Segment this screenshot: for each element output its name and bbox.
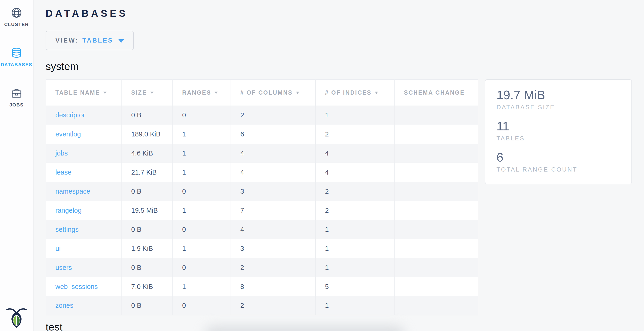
- table-row: zones0 B021: [46, 296, 478, 315]
- table-name-link[interactable]: web_sessions: [55, 283, 98, 290]
- sidebar-item-cluster[interactable]: CLUSTER: [0, 7, 33, 27]
- table-size-cell: 0 B: [122, 105, 173, 125]
- table-name-cell: namespace: [46, 182, 122, 201]
- table-name-link[interactable]: descriptor: [55, 111, 85, 119]
- table-indices-cell: 2: [316, 201, 394, 220]
- view-dropdown-label: VIEW:: [55, 37, 79, 44]
- database-section-title-test: test: [46, 322, 644, 331]
- table-columns-cell: 7: [231, 201, 316, 220]
- table-size-cell: 189.0 KiB: [122, 125, 173, 144]
- table-schema-change-cell: [394, 182, 478, 201]
- column-header-schema-change: SCHEMA CHANGE: [394, 79, 478, 105]
- table-row: ui1.9 KiB131: [46, 239, 478, 258]
- table-ranges-cell: 1: [173, 201, 231, 220]
- stat-label: TABLES: [496, 135, 620, 142]
- sidebar-item-jobs[interactable]: JOBS: [0, 87, 33, 108]
- table-size-cell: 0 B: [122, 296, 173, 315]
- column-header-label: SIZE: [131, 89, 147, 96]
- table-name-link[interactable]: lease: [55, 169, 72, 176]
- table-name-cell: settings: [46, 220, 122, 239]
- table-row: descriptor0 B021: [46, 105, 478, 125]
- database-icon: [11, 47, 22, 59]
- caret-down-icon: [118, 39, 124, 43]
- column-header-of-columns[interactable]: # OF COLUMNS: [231, 79, 316, 105]
- column-header-table-name[interactable]: TABLE NAME: [46, 79, 122, 105]
- table-name-link[interactable]: eventlog: [55, 130, 81, 138]
- table-size-cell: 4.6 KiB: [122, 144, 173, 163]
- table-name-link[interactable]: rangelog: [55, 207, 82, 214]
- column-header-of-indices[interactable]: # OF INDICES: [316, 79, 394, 105]
- table-indices-cell: 4: [316, 144, 394, 163]
- table-ranges-cell: 1: [173, 239, 231, 258]
- column-header-size[interactable]: SIZE: [122, 79, 173, 105]
- table-name-link[interactable]: settings: [55, 226, 79, 233]
- stat-value: 19.7 MiB: [496, 88, 620, 102]
- table-name-link[interactable]: ui: [55, 245, 61, 252]
- table-name-cell: users: [46, 258, 122, 277]
- table-ranges-cell: 1: [173, 125, 231, 144]
- table-name-link[interactable]: jobs: [55, 149, 68, 157]
- table-size-cell: 7.0 KiB: [122, 277, 173, 296]
- table-row: settings0 B041: [46, 220, 478, 239]
- column-header-label: RANGES: [182, 89, 211, 96]
- stat-database-size: 19.7 MiB DATABASE SIZE: [496, 88, 620, 111]
- table-name-cell: rangelog: [46, 201, 122, 220]
- system-tables-table: TABLE NAMESIZERANGES# OF COLUMNS# OF IND…: [46, 79, 478, 316]
- view-dropdown[interactable]: VIEW: TABLES: [46, 31, 134, 50]
- cockroachdb-logo-icon[interactable]: [5, 307, 28, 329]
- table-schema-change-cell: [394, 201, 478, 220]
- table-columns-cell: 4: [231, 144, 316, 163]
- table-name-cell: zones: [46, 296, 122, 315]
- table-columns-cell: 4: [231, 163, 316, 182]
- table-schema-change-cell: [394, 277, 478, 296]
- table-ranges-cell: 1: [173, 277, 231, 296]
- stat-value: 11: [496, 119, 620, 133]
- main-content: DATABASES VIEW: TABLES system TABLE NAME…: [34, 0, 644, 331]
- sidebar-item-label: JOBS: [10, 102, 24, 108]
- table-name-link[interactable]: users: [55, 264, 72, 271]
- table-name-link[interactable]: zones: [55, 302, 73, 309]
- table-columns-cell: 4: [231, 220, 316, 239]
- table-indices-cell: 1: [316, 239, 394, 258]
- table-schema-change-cell: [394, 258, 478, 277]
- table-size-cell: 0 B: [122, 258, 173, 277]
- stat-label: TOTAL RANGE COUNT: [496, 166, 620, 173]
- sort-caret-icon: [296, 92, 299, 94]
- column-header-label: TABLE NAME: [55, 89, 100, 96]
- table-indices-cell: 4: [316, 163, 394, 182]
- table-name-cell: ui: [46, 239, 122, 258]
- table-name-link[interactable]: namespace: [55, 188, 90, 195]
- sort-caret-icon: [375, 92, 378, 94]
- table-row: jobs4.6 KiB144: [46, 144, 478, 163]
- table-ranges-cell: 0: [173, 258, 231, 277]
- table-columns-cell: 3: [231, 239, 316, 258]
- table-ranges-cell: 0: [173, 182, 231, 201]
- database-section-title-system: system: [46, 61, 644, 72]
- table-schema-change-cell: [394, 163, 478, 182]
- table-schema-change-cell: [394, 125, 478, 144]
- table-name-cell: jobs: [46, 144, 122, 163]
- table-size-cell: 0 B: [122, 182, 173, 201]
- table-size-cell: 0 B: [122, 220, 173, 239]
- column-header-label: SCHEMA CHANGE: [404, 89, 465, 96]
- briefcase-icon: [11, 87, 22, 99]
- table-schema-change-cell: [394, 239, 478, 258]
- sort-caret-icon: [150, 92, 154, 94]
- column-header-label: # OF COLUMNS: [240, 89, 293, 96]
- table-columns-cell: 6: [231, 125, 316, 144]
- table-header-row: TABLE NAMESIZERANGES# OF COLUMNS# OF IND…: [46, 79, 478, 105]
- table-name-cell: descriptor: [46, 105, 122, 125]
- table-size-cell: 19.5 MiB: [122, 201, 173, 220]
- table-indices-cell: 5: [316, 277, 394, 296]
- table-ranges-cell: 0: [173, 105, 231, 125]
- sidebar-item-label: DATABASES: [1, 62, 32, 67]
- table-indices-cell: 1: [316, 220, 394, 239]
- sidebar-item-databases[interactable]: DATABASES: [0, 47, 33, 67]
- table-indices-cell: 2: [316, 182, 394, 201]
- page-title: DATABASES: [46, 8, 644, 19]
- column-header-ranges[interactable]: RANGES: [173, 79, 231, 105]
- table-schema-change-cell: [394, 105, 478, 125]
- table-indices-cell: 1: [316, 258, 394, 277]
- table-indices-cell: 1: [316, 105, 394, 125]
- table-columns-cell: 2: [231, 258, 316, 277]
